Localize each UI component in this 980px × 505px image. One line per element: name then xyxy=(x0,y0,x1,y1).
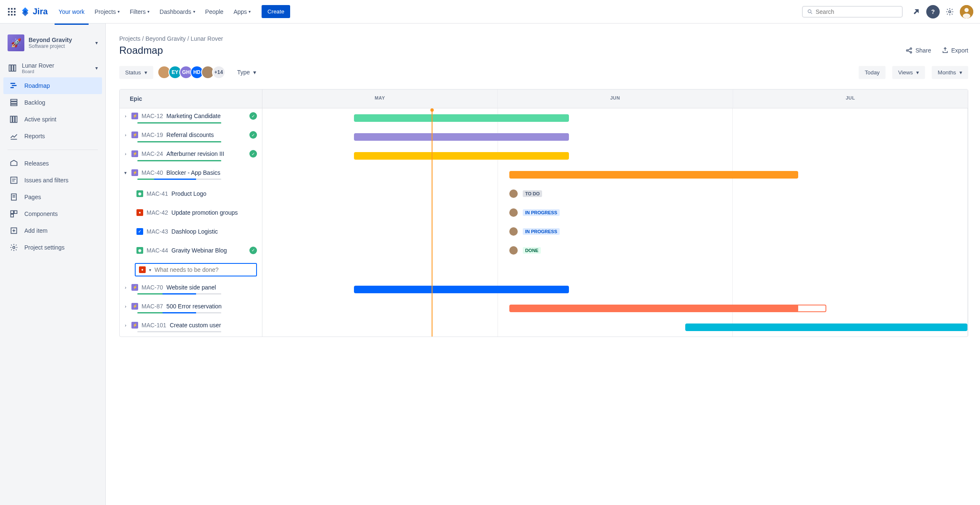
issue-summary[interactable]: Create custom user xyxy=(170,322,221,329)
app-switcher-icon[interactable] xyxy=(7,7,17,17)
profile-avatar[interactable] xyxy=(960,5,973,18)
done-check-icon: ✓ xyxy=(249,112,257,120)
epic-bar[interactable] xyxy=(354,152,569,160)
sidebar-item-components[interactable]: Components xyxy=(3,205,102,222)
nav-your-work[interactable]: Your work xyxy=(55,5,89,18)
issue-summary[interactable]: Update promotion groups xyxy=(171,209,238,216)
issue-key[interactable]: MAC-43 xyxy=(147,228,168,235)
help-icon[interactable]: ? xyxy=(926,5,940,18)
nav-dashboards[interactable]: Dashboards▾ xyxy=(155,5,199,18)
export-button[interactable]: Export xyxy=(941,47,968,54)
project-name: Beyond Gravity xyxy=(29,37,91,43)
sidebar-item-label: Project settings xyxy=(24,244,65,251)
epic-row: ›⚡MAC-70Website side panel xyxy=(120,280,968,299)
assignee-avatar[interactable] xyxy=(509,246,518,255)
new-item-input-wrapper[interactable]: ●▾ xyxy=(135,263,257,276)
svg-rect-16 xyxy=(12,65,13,71)
issue-key[interactable]: MAC-70 xyxy=(141,284,163,291)
sidebar-item-label: Components xyxy=(24,210,58,217)
sidebar-item-roadmap[interactable]: Roadmap xyxy=(3,77,102,94)
share-button[interactable]: Share xyxy=(905,47,931,54)
issue-summary[interactable]: Dashloop Logistic xyxy=(171,228,218,235)
sidebar-item-add[interactable]: Add item xyxy=(3,222,102,239)
sidebar-item-active-sprint[interactable]: Active sprint xyxy=(3,111,102,128)
issue-key[interactable]: MAC-40 xyxy=(141,169,163,176)
issue-summary[interactable]: Gravity Webinar Blog xyxy=(171,247,227,254)
issue-summary[interactable]: Referral discounts xyxy=(166,132,214,138)
board-selector[interactable]: Lunar Rover Board ▾ xyxy=(3,59,102,77)
expand-caret[interactable]: › xyxy=(123,132,128,137)
story-icon: ◉ xyxy=(136,190,143,197)
issue-summary[interactable]: Website side panel xyxy=(166,284,216,291)
months-button[interactable]: Months▾ xyxy=(932,66,968,79)
sidebar-item-reports[interactable]: Reports xyxy=(3,128,102,145)
expand-caret[interactable]: › xyxy=(123,151,128,156)
issue-type-dropdown[interactable]: ▾ xyxy=(149,268,151,272)
today-marker xyxy=(432,108,432,337)
issue-key[interactable]: MAC-12 xyxy=(141,113,163,119)
expand-caret[interactable]: › xyxy=(123,323,128,328)
issue-summary[interactable]: Marketing Candidate xyxy=(166,113,220,119)
settings-icon[interactable] xyxy=(943,5,956,18)
breadcrumb-item[interactable]: Projects xyxy=(119,35,141,42)
epic-bar[interactable] xyxy=(354,133,569,141)
search-input[interactable] xyxy=(815,8,898,15)
assignee-filter[interactable]: EY GH HD +14 xyxy=(160,66,225,79)
sidebar-item-issues[interactable]: Issues and filters xyxy=(3,172,102,189)
issue-key[interactable]: MAC-24 xyxy=(141,150,163,157)
issue-summary[interactable]: Blocker - App Basics xyxy=(166,169,220,176)
issue-key[interactable]: MAC-87 xyxy=(141,303,163,310)
epic-row: ›⚡MAC-87500 Error reservation xyxy=(120,299,968,318)
epic-bar[interactable] xyxy=(354,286,569,293)
sidebar-item-releases[interactable]: Releases xyxy=(3,155,102,172)
global-search[interactable] xyxy=(802,6,903,18)
project-header[interactable]: 🚀 Beyond Gravity Software project ▾ xyxy=(3,32,102,54)
expand-caret[interactable]: › xyxy=(123,304,128,309)
epic-bar[interactable] xyxy=(509,171,798,179)
notifications-icon[interactable] xyxy=(909,5,923,18)
nav-projects[interactable]: Projects▾ xyxy=(90,5,124,18)
epic-progress xyxy=(137,122,221,124)
breadcrumb-item[interactable]: Lunar Rover xyxy=(191,35,223,42)
issue-summary[interactable]: Product Logo xyxy=(171,190,206,197)
epic-bar[interactable] xyxy=(354,114,569,122)
sidebar-item-backlog[interactable]: Backlog xyxy=(3,94,102,111)
issue-key[interactable]: MAC-19 xyxy=(141,132,163,138)
sidebar-item-label: Pages xyxy=(24,194,41,200)
epic-bar[interactable] xyxy=(685,324,967,331)
nav-items: Your work Projects▾ Filters▾ Dashboards▾… xyxy=(55,5,255,18)
breadcrumb-item[interactable]: Beyond Gravity xyxy=(145,35,186,42)
expand-caret[interactable]: ▾ xyxy=(123,170,128,176)
assignee-avatar[interactable] xyxy=(509,227,518,236)
issue-key[interactable]: MAC-42 xyxy=(147,209,168,216)
epic-bar[interactable] xyxy=(509,305,798,312)
issue-summary[interactable]: Afterburner revision III xyxy=(166,150,224,157)
status-filter[interactable]: Status▾ xyxy=(119,66,153,79)
svg-rect-23 xyxy=(11,104,17,105)
new-item-input[interactable] xyxy=(155,266,253,273)
issue-key[interactable]: MAC-101 xyxy=(141,322,166,329)
svg-rect-33 xyxy=(11,211,14,214)
issue-key[interactable]: MAC-44 xyxy=(147,247,168,254)
assignee-avatar[interactable] xyxy=(509,189,518,198)
issue-summary[interactable]: 500 Error reservation xyxy=(166,303,222,310)
nav-filters[interactable]: Filters▾ xyxy=(126,5,154,18)
more-avatars[interactable]: +14 xyxy=(212,66,225,79)
chevron-down-icon: ▾ xyxy=(193,9,195,14)
type-filter[interactable]: Type▾ xyxy=(232,66,261,79)
jira-logo[interactable]: Jira xyxy=(20,7,48,17)
assignee-avatar[interactable] xyxy=(509,208,518,217)
create-button[interactable]: Create xyxy=(262,5,290,18)
timeline-cell xyxy=(262,280,968,299)
nav-apps[interactable]: Apps▾ xyxy=(229,5,255,18)
nav-people[interactable]: People xyxy=(201,5,228,18)
reports-icon xyxy=(9,132,18,140)
board-sublabel: Board xyxy=(22,69,91,74)
expand-caret[interactable]: › xyxy=(123,285,128,290)
issue-key[interactable]: MAC-41 xyxy=(147,190,168,197)
sidebar-item-settings[interactable]: Project settings xyxy=(3,239,102,256)
sidebar-item-pages[interactable]: Pages xyxy=(3,189,102,205)
expand-caret[interactable]: › xyxy=(123,113,128,118)
today-button[interactable]: Today xyxy=(859,66,886,79)
views-button[interactable]: Views▾ xyxy=(892,66,925,79)
